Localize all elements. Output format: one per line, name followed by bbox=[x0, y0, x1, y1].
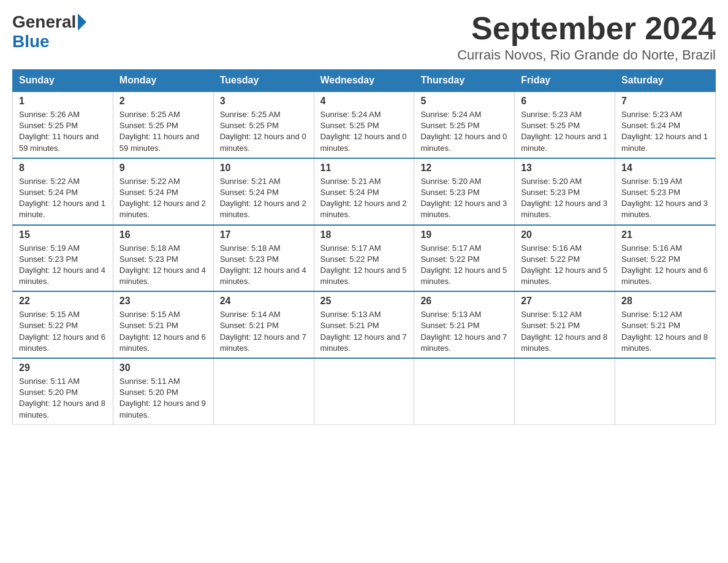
day-cell-1: 1 Sunrise: 5:26 AMSunset: 5:25 PMDayligh… bbox=[13, 91, 113, 158]
day-number: 30 bbox=[119, 362, 207, 373]
logo-triangle-icon bbox=[78, 13, 86, 31]
day-info: Sunrise: 5:18 AMSunset: 5:23 PMDaylight:… bbox=[220, 243, 308, 288]
header-friday: Friday bbox=[515, 70, 615, 92]
header: General Blue September 2024 Currais Novo… bbox=[12, 12, 716, 63]
day-number: 18 bbox=[320, 229, 408, 240]
day-info: Sunrise: 5:12 AMSunset: 5:21 PMDaylight:… bbox=[521, 309, 609, 354]
location-title: Currais Novos, Rio Grande do Norte, Braz… bbox=[457, 47, 716, 63]
day-cell-11: 11 Sunrise: 5:21 AMSunset: 5:24 PMDaylig… bbox=[314, 158, 414, 225]
logo-general-text: General bbox=[12, 12, 76, 32]
day-number: 12 bbox=[420, 163, 508, 174]
day-cell-16: 16 Sunrise: 5:18 AMSunset: 5:23 PMDaylig… bbox=[113, 225, 213, 292]
day-number: 27 bbox=[521, 296, 609, 307]
month-title: September 2024 bbox=[457, 12, 716, 44]
day-cell-19: 19 Sunrise: 5:17 AMSunset: 5:22 PMDaylig… bbox=[414, 225, 515, 292]
day-cell-17: 17 Sunrise: 5:18 AMSunset: 5:23 PMDaylig… bbox=[213, 225, 314, 292]
day-number: 14 bbox=[621, 163, 709, 174]
day-info: Sunrise: 5:16 AMSunset: 5:22 PMDaylight:… bbox=[521, 243, 609, 288]
day-number: 9 bbox=[119, 163, 207, 174]
day-number: 1 bbox=[19, 96, 107, 107]
day-number: 26 bbox=[420, 296, 508, 307]
day-number: 17 bbox=[220, 229, 308, 240]
day-info: Sunrise: 5:16 AMSunset: 5:22 PMDaylight:… bbox=[621, 243, 709, 288]
day-cell-30: 30 Sunrise: 5:11 AMSunset: 5:20 PMDaylig… bbox=[113, 358, 213, 424]
week-row-5: 29 Sunrise: 5:11 AMSunset: 5:20 PMDaylig… bbox=[13, 358, 716, 424]
day-cell-20: 20 Sunrise: 5:16 AMSunset: 5:22 PMDaylig… bbox=[515, 225, 615, 292]
title-area: September 2024 Currais Novos, Rio Grande… bbox=[457, 12, 716, 63]
day-number: 25 bbox=[320, 296, 408, 307]
day-number: 22 bbox=[19, 296, 107, 307]
day-cell-27: 27 Sunrise: 5:12 AMSunset: 5:21 PMDaylig… bbox=[515, 291, 615, 358]
day-cell-6: 6 Sunrise: 5:23 AMSunset: 5:25 PMDayligh… bbox=[515, 91, 615, 158]
day-number: 28 bbox=[621, 296, 709, 307]
day-info: Sunrise: 5:17 AMSunset: 5:22 PMDaylight:… bbox=[420, 243, 508, 288]
day-info: Sunrise: 5:12 AMSunset: 5:21 PMDaylight:… bbox=[621, 309, 709, 354]
day-number: 4 bbox=[320, 96, 408, 107]
day-number: 29 bbox=[19, 362, 107, 373]
day-cell-25: 25 Sunrise: 5:13 AMSunset: 5:21 PMDaylig… bbox=[314, 291, 414, 358]
day-info: Sunrise: 5:19 AMSunset: 5:23 PMDaylight:… bbox=[621, 176, 709, 221]
day-info: Sunrise: 5:11 AMSunset: 5:20 PMDaylight:… bbox=[19, 376, 107, 421]
day-cell-4: 4 Sunrise: 5:24 AMSunset: 5:25 PMDayligh… bbox=[314, 91, 414, 158]
day-cell-24: 24 Sunrise: 5:14 AMSunset: 5:21 PMDaylig… bbox=[213, 291, 314, 358]
day-cell-3: 3 Sunrise: 5:25 AMSunset: 5:25 PMDayligh… bbox=[213, 91, 314, 158]
day-number: 6 bbox=[521, 96, 609, 107]
day-number: 24 bbox=[220, 296, 308, 307]
day-cell-22: 22 Sunrise: 5:15 AMSunset: 5:22 PMDaylig… bbox=[13, 291, 113, 358]
day-info: Sunrise: 5:20 AMSunset: 5:23 PMDaylight:… bbox=[420, 176, 508, 221]
header-monday: Monday bbox=[113, 70, 213, 92]
day-cell-21: 21 Sunrise: 5:16 AMSunset: 5:22 PMDaylig… bbox=[615, 225, 716, 292]
day-number: 15 bbox=[19, 229, 107, 240]
day-number: 7 bbox=[621, 96, 709, 107]
day-cell-9: 9 Sunrise: 5:22 AMSunset: 5:24 PMDayligh… bbox=[113, 158, 213, 225]
day-info: Sunrise: 5:15 AMSunset: 5:21 PMDaylight:… bbox=[119, 309, 207, 354]
day-cell-14: 14 Sunrise: 5:19 AMSunset: 5:23 PMDaylig… bbox=[615, 158, 716, 225]
day-cell-7: 7 Sunrise: 5:23 AMSunset: 5:24 PMDayligh… bbox=[615, 91, 716, 158]
logo-blue-text: Blue bbox=[12, 32, 50, 51]
day-cell-13: 13 Sunrise: 5:20 AMSunset: 5:23 PMDaylig… bbox=[515, 158, 615, 225]
day-cell-26: 26 Sunrise: 5:13 AMSunset: 5:21 PMDaylig… bbox=[414, 291, 515, 358]
day-info: Sunrise: 5:22 AMSunset: 5:24 PMDaylight:… bbox=[119, 176, 207, 221]
day-info: Sunrise: 5:25 AMSunset: 5:25 PMDaylight:… bbox=[220, 109, 308, 154]
day-info: Sunrise: 5:18 AMSunset: 5:23 PMDaylight:… bbox=[119, 243, 207, 288]
day-cell-12: 12 Sunrise: 5:20 AMSunset: 5:23 PMDaylig… bbox=[414, 158, 515, 225]
day-info: Sunrise: 5:13 AMSunset: 5:21 PMDaylight:… bbox=[320, 309, 408, 354]
week-row-4: 22 Sunrise: 5:15 AMSunset: 5:22 PMDaylig… bbox=[13, 291, 716, 358]
day-number: 10 bbox=[220, 163, 308, 174]
empty-cell-4-4 bbox=[414, 358, 515, 424]
day-number: 2 bbox=[119, 96, 207, 107]
header-wednesday: Wednesday bbox=[314, 70, 414, 92]
day-cell-23: 23 Sunrise: 5:15 AMSunset: 5:21 PMDaylig… bbox=[113, 291, 213, 358]
day-info: Sunrise: 5:20 AMSunset: 5:23 PMDaylight:… bbox=[521, 176, 609, 221]
header-tuesday: Tuesday bbox=[213, 70, 314, 92]
day-info: Sunrise: 5:23 AMSunset: 5:24 PMDaylight:… bbox=[621, 109, 709, 154]
calendar-table: SundayMondayTuesdayWednesdayThursdayFrid… bbox=[12, 69, 716, 425]
day-cell-28: 28 Sunrise: 5:12 AMSunset: 5:21 PMDaylig… bbox=[615, 291, 716, 358]
day-number: 16 bbox=[119, 229, 207, 240]
day-cell-29: 29 Sunrise: 5:11 AMSunset: 5:20 PMDaylig… bbox=[13, 358, 113, 424]
week-row-2: 8 Sunrise: 5:22 AMSunset: 5:24 PMDayligh… bbox=[13, 158, 716, 225]
day-number: 11 bbox=[320, 163, 408, 174]
day-info: Sunrise: 5:25 AMSunset: 5:25 PMDaylight:… bbox=[119, 109, 207, 154]
day-number: 23 bbox=[119, 296, 207, 307]
header-sunday: Sunday bbox=[13, 70, 113, 92]
day-info: Sunrise: 5:19 AMSunset: 5:23 PMDaylight:… bbox=[19, 243, 107, 288]
day-cell-8: 8 Sunrise: 5:22 AMSunset: 5:24 PMDayligh… bbox=[13, 158, 113, 225]
day-info: Sunrise: 5:17 AMSunset: 5:22 PMDaylight:… bbox=[320, 243, 408, 288]
day-number: 13 bbox=[521, 163, 609, 174]
week-row-3: 15 Sunrise: 5:19 AMSunset: 5:23 PMDaylig… bbox=[13, 225, 716, 292]
day-cell-15: 15 Sunrise: 5:19 AMSunset: 5:23 PMDaylig… bbox=[13, 225, 113, 292]
day-cell-2: 2 Sunrise: 5:25 AMSunset: 5:25 PMDayligh… bbox=[113, 91, 213, 158]
header-saturday: Saturday bbox=[615, 70, 716, 92]
day-number: 21 bbox=[621, 229, 709, 240]
week-row-1: 1 Sunrise: 5:26 AMSunset: 5:25 PMDayligh… bbox=[13, 91, 716, 158]
empty-cell-4-3 bbox=[314, 358, 414, 424]
day-info: Sunrise: 5:13 AMSunset: 5:21 PMDaylight:… bbox=[420, 309, 508, 354]
day-number: 3 bbox=[220, 96, 308, 107]
day-info: Sunrise: 5:11 AMSunset: 5:20 PMDaylight:… bbox=[119, 376, 207, 421]
day-cell-10: 10 Sunrise: 5:21 AMSunset: 5:24 PMDaylig… bbox=[213, 158, 314, 225]
empty-cell-4-5 bbox=[515, 358, 615, 424]
day-info: Sunrise: 5:24 AMSunset: 5:25 PMDaylight:… bbox=[420, 109, 508, 154]
day-number: 19 bbox=[420, 229, 508, 240]
day-info: Sunrise: 5:21 AMSunset: 5:24 PMDaylight:… bbox=[220, 176, 308, 221]
